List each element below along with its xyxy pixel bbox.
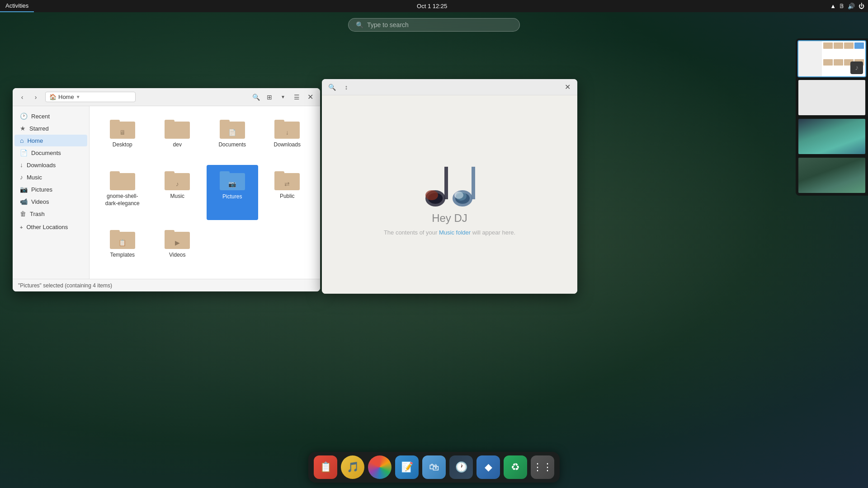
activities-button[interactable]: Activities <box>0 0 34 12</box>
documents-icon: 📄 <box>20 149 28 156</box>
topbar-right: ▲ 𝔹 🔊 ⏻ <box>830 3 868 9</box>
dock-item-colorful[interactable] <box>368 455 392 479</box>
switcher-item-4[interactable] <box>797 157 866 194</box>
topbar: Activities Oct 1 12:25 ▲ 𝔹 🔊 ⏻ <box>0 0 868 12</box>
fm-view-button[interactable]: ⊞ <box>263 91 276 103</box>
switcher-thumb-3 <box>798 119 865 154</box>
recycle-icon: ♻ <box>511 461 520 473</box>
sidebar-item-trash[interactable]: 🗑 Trash <box>14 208 87 220</box>
fm-back-button[interactable]: ‹ <box>16 91 28 103</box>
fm-body: 🕐 Recent ★ Starred ⌂ Home 📄 Documents ↓ … <box>13 106 320 279</box>
app-switcher-panel: ♪ <box>796 38 868 196</box>
switcher-thumb-2 <box>798 80 865 115</box>
file-name-music: Music <box>170 193 184 200</box>
folder-icon-templates: 📋 <box>110 227 135 249</box>
file-item-dev[interactable]: dev <box>152 113 203 161</box>
switcher-item-1[interactable]: ♪ <box>797 40 866 77</box>
mp-search-button[interactable]: 🔍 <box>326 81 338 94</box>
fm-titlebar: ‹ › 🏠 Home ▼ 🔍 ⊞ ▼ ☰ ✕ <box>13 88 320 106</box>
fm-content: 🖥 Desktop dev � <box>90 106 320 279</box>
mp-sort-button[interactable]: ↕ <box>340 81 353 94</box>
sidebar-item-videos[interactable]: 📹 Videos <box>14 196 87 207</box>
dock-item-clock[interactable]: 🕐 <box>449 455 473 479</box>
music-dock-icon: 🎵 <box>347 461 359 473</box>
sidebar-item-home[interactable]: ⌂ Home <box>14 135 87 146</box>
clock-icon: 🕐 <box>455 461 467 473</box>
search-bar: 🔍 Type to search <box>348 18 520 32</box>
fm-list-view-button[interactable]: ☰ <box>290 91 303 103</box>
fm-search-button[interactable]: 🔍 <box>250 91 262 103</box>
store-icon: 🛍 <box>429 461 439 473</box>
folder-icon-public: ⇄ <box>274 169 300 190</box>
sidebar-label-other-locations: Other Locations <box>26 224 68 230</box>
file-name-public: Public <box>280 193 295 200</box>
file-item-pictures[interactable]: 📷 Pictures <box>207 165 258 220</box>
file-name-pictures: Pictures <box>221 193 244 201</box>
file-item-gnome-shell[interactable]: gnome-shell-dark-elegance <box>97 165 148 220</box>
mp-close-button[interactable]: ✕ <box>561 81 574 94</box>
file-grid: 🖥 Desktop dev � <box>97 113 313 272</box>
sidebar-item-starred[interactable]: ★ Starred <box>14 122 87 134</box>
red-app-icon: 📋 <box>320 461 332 473</box>
sidebar-item-music[interactable]: ♪ Music <box>14 171 87 183</box>
sidebar-label-pictures: Pictures <box>31 186 52 193</box>
bluetooth-icon: 𝔹 <box>840 3 844 9</box>
file-manager-window: ‹ › 🏠 Home ▼ 🔍 ⊞ ▼ ☰ ✕ 🕐 Recent ★ Starre… <box>13 88 320 291</box>
fm-forward-button[interactable]: › <box>30 91 42 103</box>
file-item-music[interactable]: ♪ Music <box>152 165 203 220</box>
dock-item-store[interactable]: 🛍 <box>422 455 446 479</box>
file-item-downloads[interactable]: ↓ Downloads <box>262 113 313 161</box>
sidebar-label-trash: Trash <box>30 211 45 217</box>
sidebar-item-documents[interactable]: 📄 Documents <box>14 147 87 159</box>
sidebar-label-recent: Recent <box>31 113 50 120</box>
trash-icon: 🗑 <box>20 210 26 217</box>
file-item-documents[interactable]: 📄 Documents <box>207 113 258 161</box>
svg-point-8 <box>456 192 467 201</box>
file-name-videos: Videos <box>169 252 185 259</box>
dock-item-red-app[interactable]: 📋 <box>314 455 337 479</box>
mp-music-folder-link[interactable]: Music folder <box>439 229 472 236</box>
sidebar-item-pictures[interactable]: 📷 Pictures <box>14 183 87 195</box>
file-item-desktop[interactable]: 🖥 Desktop <box>97 113 148 161</box>
mp-subtitle: The contents of your Music folder will a… <box>384 229 515 236</box>
sidebar-item-other-locations[interactable]: + Other Locations <box>14 221 87 233</box>
dock-item-music[interactable]: 🎵 Music <box>341 455 364 479</box>
fm-location-bar[interactable]: 🏠 Home ▼ <box>45 92 136 102</box>
file-name-templates: Templates <box>110 252 135 259</box>
sidebar-label-documents: Documents <box>31 150 61 156</box>
sidebar-item-recent[interactable]: 🕐 Recent <box>14 110 87 122</box>
dock-item-bluetooth[interactable]: ◆ <box>476 455 500 479</box>
sidebar-item-downloads[interactable]: ↓ Downloads <box>14 159 87 171</box>
dock-item-notes[interactable]: 📝 <box>395 455 419 479</box>
file-name-gnome-shell: gnome-shell-dark-elegance <box>104 193 141 207</box>
videos-icon: 📹 <box>20 198 28 205</box>
apps-grid-icon: ⋮⋮ <box>533 461 552 473</box>
downloads-icon: ↓ <box>20 161 23 169</box>
dock-item-apps-grid[interactable]: ⋮⋮ <box>531 455 554 479</box>
fm-close-button[interactable]: ✕ <box>304 91 316 103</box>
sidebar-label-videos: Videos <box>31 198 49 205</box>
location-dropdown-icon[interactable]: ▼ <box>76 94 80 99</box>
search-placeholder: Type to search <box>367 21 409 28</box>
mp-title: Hey DJ <box>432 212 467 225</box>
file-item-templates[interactable]: 📋 Templates <box>97 224 148 272</box>
notes-icon: 📝 <box>401 461 413 473</box>
file-item-public[interactable]: ⇄ Public <box>262 165 313 220</box>
activities-label: Activities <box>5 2 28 9</box>
sidebar-label-music: Music <box>27 174 42 181</box>
dock-item-recycle[interactable]: ♻ <box>504 455 527 479</box>
folder-icon-pictures: 📷 <box>220 169 245 190</box>
fm-view-dropdown-button[interactable]: ▼ <box>277 91 289 103</box>
home-icon: 🏠 <box>49 94 57 100</box>
search-input-wrap[interactable]: 🔍 Type to search <box>348 18 520 32</box>
music-icon: ♪ <box>20 174 23 181</box>
file-name-dev: dev <box>173 141 182 149</box>
folder-icon-music: ♪ <box>165 169 190 190</box>
file-item-videos[interactable]: ▶ Videos <box>152 224 203 272</box>
switcher-item-2[interactable] <box>797 79 866 116</box>
search-icon: 🔍 <box>356 21 363 28</box>
power-icon[interactable]: ⏻ <box>859 3 864 9</box>
switcher-item-3[interactable] <box>797 118 866 155</box>
recent-icon: 🕐 <box>20 113 28 120</box>
home-sidebar-icon: ⌂ <box>20 137 24 144</box>
